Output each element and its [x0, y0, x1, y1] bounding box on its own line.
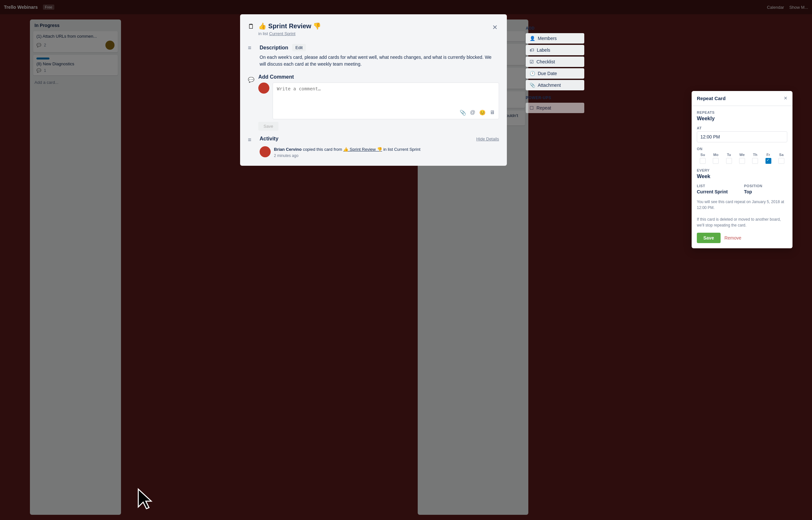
day-label-th: Th: [753, 153, 757, 157]
repeat-modal-header: Repeat Card ×: [692, 91, 792, 106]
comment-textarea[interactable]: [277, 86, 495, 106]
members-icon: 👤: [530, 36, 535, 41]
activity-header: Activity Hide Details: [260, 136, 499, 142]
activity-label: Activity: [260, 136, 278, 142]
checklist-label: Checklist: [537, 59, 555, 64]
list-link[interactable]: Current Sprint: [269, 31, 295, 36]
format-icon[interactable]: 🖥: [490, 109, 495, 116]
list-field: List Current Sprint: [697, 184, 740, 194]
add-comment-label: Add Comment: [258, 74, 499, 80]
powerups-title: Power-Ups: [526, 96, 584, 100]
day-checkbox-we[interactable]: [739, 158, 745, 164]
days-grid: Su Mo Tu We Th: [697, 153, 787, 164]
checklist-icon: ☑: [530, 59, 534, 64]
card-type-icon: 🗒: [248, 23, 254, 30]
activity-user: Brian Cervino: [274, 147, 301, 152]
repeat-remove-button[interactable]: Remove: [724, 235, 741, 240]
repeat-save-button[interactable]: Save: [697, 233, 720, 243]
hide-details-button[interactable]: Hide Details: [476, 136, 499, 141]
comment-input-container[interactable]: 📎 @ 😊 🖥: [273, 82, 499, 119]
add-comment-section: 💬 Add Comment 📎 @ 😊 🖥: [248, 74, 499, 131]
repeat-item[interactable]: ☐ Repeat: [526, 103, 584, 113]
description-text: On each week's card, please add cards fo…: [260, 54, 499, 68]
day-col-sa: Sa: [776, 153, 787, 164]
activity-icon: ≡: [248, 136, 256, 158]
modal-overlay: 🗒 👍 Sprint Review 👎 in list Current Spri…: [0, 0, 812, 520]
repeat-modal-title: Repeat Card: [697, 96, 725, 101]
repeat-info-text: You will see this card repeat on January…: [697, 199, 787, 228]
labels-icon: 🏷: [530, 48, 534, 53]
on-field: On Su Mo Tu We Th: [697, 147, 787, 164]
emoji-icon[interactable]: 😊: [479, 109, 486, 116]
card-list-location: in list Current Sprint: [258, 31, 487, 36]
repeats-label: Repeats: [697, 110, 787, 114]
repeat-actions: Save Remove: [697, 233, 787, 243]
day-label-tu: Tu: [727, 153, 731, 157]
title-emoji-right: 👎: [313, 22, 321, 30]
activity-text-block: Brian Cervino copied this card from 👍 Sp…: [274, 146, 420, 158]
title-area: 👍 Sprint Review 👎 in list Current Sprint: [258, 22, 487, 36]
attachment-icon: 📎: [530, 82, 535, 88]
due-date-icon: 🕐: [530, 71, 535, 76]
day-checkbox-th[interactable]: [752, 158, 758, 164]
activity-action: copied this card from: [303, 147, 343, 152]
at-time-input[interactable]: [697, 131, 787, 142]
modal-header: 🗒 👍 Sprint Review 👎 in list Current Spri…: [248, 22, 499, 36]
add-panel-title: Add: [526, 26, 584, 30]
on-label: On: [697, 147, 787, 151]
save-comment-button[interactable]: Save: [258, 122, 278, 131]
activity-section: ≡ Activity Hide Details Brian Cervino co…: [248, 136, 499, 158]
repeats-value: Weekly: [697, 116, 787, 122]
position-label: Position: [744, 184, 787, 188]
at-label: At: [697, 126, 787, 130]
close-modal-button[interactable]: ✕: [491, 22, 499, 32]
day-label-su: Su: [700, 153, 705, 157]
description-icon: ≡: [248, 45, 256, 68]
activity-card-link[interactable]: 👍 Sprint Review 👎: [343, 147, 382, 152]
add-attachment-button[interactable]: 📎 Attachment: [526, 80, 584, 90]
repeat-checkbox: ☐: [530, 105, 534, 110]
repeat-label: Repeat: [537, 105, 551, 110]
comment-toolbar: 📎 @ 😊 🖥: [277, 109, 495, 116]
repeats-field: Repeats Weekly: [697, 110, 787, 122]
day-checkbox-su[interactable]: [700, 158, 706, 164]
day-col-we: We: [736, 153, 748, 164]
card-title: 👍 Sprint Review 👎: [258, 22, 487, 30]
day-label-fr: Fr: [766, 153, 770, 157]
list-position-row: List Current Sprint Position Top: [697, 184, 787, 194]
description-header: Description Edit: [260, 44, 499, 51]
day-col-fr: Fr: [762, 153, 774, 164]
repeat-modal-close-button[interactable]: ×: [784, 95, 787, 102]
title-emoji-left: 👍: [258, 22, 266, 30]
comment-section-icon: 💬: [248, 77, 254, 83]
day-checkbox-sa[interactable]: [779, 158, 784, 164]
list-label: List: [697, 184, 740, 188]
due-date-label: Due Date: [538, 71, 557, 76]
add-due-date-button[interactable]: 🕐 Due Date: [526, 68, 584, 79]
day-label-we: We: [739, 153, 745, 157]
members-label: Members: [538, 36, 557, 41]
comment-input-row: 📎 @ 😊 🖥: [258, 82, 499, 119]
repeat-modal-body: Repeats Weekly At On Su Mo Tu: [692, 110, 792, 243]
day-col-tu: Tu: [723, 153, 735, 164]
add-labels-button[interactable]: 🏷 Labels: [526, 45, 584, 55]
activity-text: Brian Cervino copied this card from 👍 Sp…: [274, 146, 420, 153]
add-members-button[interactable]: 👤 Members: [526, 33, 584, 44]
edit-description-button[interactable]: Edit: [292, 44, 306, 51]
every-value: Week: [697, 174, 787, 179]
day-col-th: Th: [749, 153, 761, 164]
attach-icon[interactable]: 📎: [460, 109, 466, 116]
add-panel: Add 👤 Members 🏷 Labels ☑ Checklist 🕐 Due…: [526, 26, 584, 114]
day-checkbox-fr[interactable]: [765, 158, 771, 164]
mention-icon[interactable]: @: [470, 109, 475, 116]
activity-content: Activity Hide Details Brian Cervino copi…: [260, 136, 499, 158]
day-checkbox-tu[interactable]: [726, 158, 732, 164]
description-label: Description: [260, 45, 288, 51]
labels-label: Labels: [537, 48, 550, 53]
user-avatar: [258, 82, 269, 94]
day-col-su: Su: [697, 153, 709, 164]
day-col-mo: Mo: [710, 153, 721, 164]
day-checkbox-mo[interactable]: [713, 158, 719, 164]
add-checklist-button[interactable]: ☑ Checklist: [526, 56, 584, 67]
activity-item: Brian Cervino copied this card from 👍 Sp…: [260, 146, 499, 158]
